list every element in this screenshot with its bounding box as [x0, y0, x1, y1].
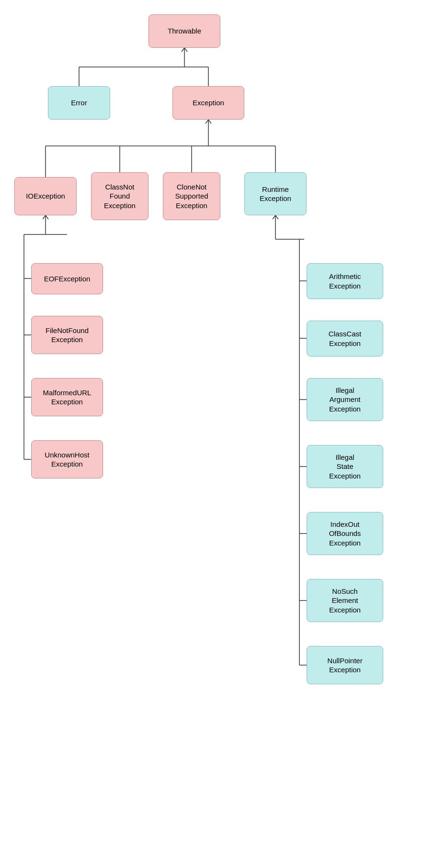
nosuchelement-node: NoSuch Element Exception: [307, 579, 383, 622]
ioexception-node: IOException: [14, 177, 77, 215]
unknownhost-node: UnknownHost Exception: [31, 440, 103, 479]
arithmetic-node: Arithmetic Exception: [307, 263, 383, 299]
malformedurl-node: MalformedURL Exception: [31, 378, 103, 416]
illegalstate-node: Illegal State Exception: [307, 445, 383, 488]
illegalargument-node: Illegal Argument Exception: [307, 378, 383, 421]
eofexception-node: EOFException: [31, 263, 103, 294]
indexoutofbounds-node: IndexOut OfBounds Exception: [307, 512, 383, 555]
error-node: Error: [48, 86, 110, 120]
classnotfound-node: ClassNot Found Exception: [91, 172, 149, 220]
class-hierarchy-diagram: Throwable Error Exception IOException Cl…: [0, 0, 423, 868]
runtimeexception-node: Runtime Exception: [244, 172, 307, 215]
clonenotsupported-node: CloneNot Supported Exception: [163, 172, 220, 220]
filenotfound-node: FileNotFound Exception: [31, 316, 103, 354]
throwable-node: Throwable: [149, 14, 220, 48]
connector-lines: [0, 0, 423, 868]
nullpointer-node: NullPointer Exception: [307, 646, 383, 684]
exception-node: Exception: [172, 86, 244, 120]
classcast-node: ClassCast Exception: [307, 321, 383, 356]
